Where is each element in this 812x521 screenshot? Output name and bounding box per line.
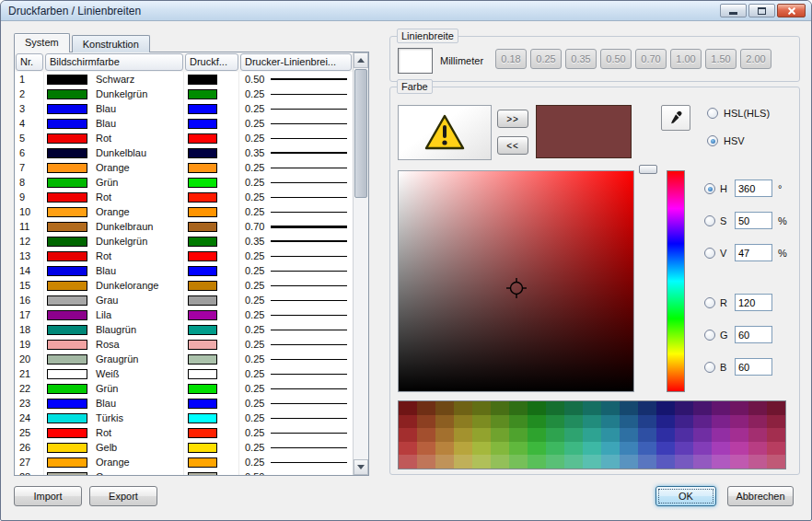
palette-swatch[interactable] (712, 428, 730, 442)
palette-swatch[interactable] (509, 415, 528, 429)
header-screen-color[interactable]: Bildschirmfarbe (45, 53, 183, 71)
palette-swatch[interactable] (454, 428, 472, 442)
table-row[interactable]: 23Blau0.25 (15, 396, 353, 411)
palette-swatch[interactable] (767, 415, 785, 429)
palette-swatch[interactable] (712, 415, 730, 429)
palette-swatch[interactable] (675, 415, 693, 429)
tab-konstruktion[interactable]: Konstruktion (72, 35, 150, 52)
palette-swatch[interactable] (528, 455, 546, 469)
preset-width-button[interactable]: 0.50 (600, 49, 632, 69)
palette-swatch[interactable] (693, 442, 712, 456)
palette-swatch[interactable] (601, 455, 620, 469)
radio-hsv[interactable] (707, 135, 718, 146)
eyedropper-button[interactable] (661, 105, 690, 131)
table-scrollbar[interactable] (353, 52, 368, 475)
palette-swatch[interactable] (528, 442, 546, 456)
palette-swatch[interactable] (656, 415, 675, 429)
palette-swatch[interactable] (675, 442, 693, 456)
table-row[interactable]: 19Rosa0.25 (15, 337, 353, 352)
preset-width-button[interactable]: 0.35 (565, 49, 597, 69)
table-row[interactable]: 2Dunkelgrün0.25 (15, 87, 353, 101)
preset-width-button[interactable]: 1.00 (670, 49, 702, 69)
table-row[interactable]: 6Dunkelblau0.35 (15, 145, 353, 160)
palette-swatch[interactable] (601, 401, 620, 415)
palette-swatch[interactable] (491, 415, 509, 429)
palette-swatch[interactable] (509, 442, 528, 456)
palette-swatch[interactable] (472, 428, 491, 442)
header-nr[interactable]: Nr. (16, 53, 43, 71)
palette-swatch[interactable] (601, 442, 620, 456)
palette-swatch[interactable] (509, 401, 528, 415)
palette-swatch[interactable] (748, 442, 767, 456)
palette-swatch[interactable] (712, 455, 730, 469)
table-row[interactable]: 4Blau0.25 (15, 116, 353, 131)
preset-width-button[interactable]: 0.25 (530, 49, 562, 69)
table-row[interactable]: 24Türkis0.25 (15, 411, 353, 425)
scroll-down-button[interactable] (354, 459, 368, 475)
palette-swatch[interactable] (675, 455, 693, 469)
palette-swatch[interactable] (748, 415, 767, 429)
preset-width-button[interactable]: 0.70 (635, 49, 667, 69)
palette-swatch[interactable] (601, 415, 620, 429)
table-row[interactable]: 15Dunkelorange0.25 (15, 278, 353, 293)
palette-swatch[interactable] (583, 428, 601, 442)
minimize-button[interactable] (720, 4, 747, 17)
table-row[interactable]: 8Grün0.25 (15, 175, 353, 190)
palette-swatch[interactable] (472, 415, 491, 429)
palette-swatch[interactable] (638, 415, 656, 429)
table-row[interactable]: 20Graugrün0.25 (15, 352, 353, 366)
palette-swatch[interactable] (712, 442, 730, 456)
palette-swatch[interactable] (546, 442, 564, 456)
palette-swatch[interactable] (435, 415, 454, 429)
palette-swatch[interactable] (693, 401, 712, 415)
palette-swatch[interactable] (528, 428, 546, 442)
field-input-r[interactable] (735, 294, 772, 311)
scroll-up-button[interactable] (354, 52, 368, 68)
table-row[interactable]: 10Orange0.25 (15, 204, 353, 219)
palette-swatch[interactable] (564, 415, 583, 429)
palette-swatch[interactable] (546, 415, 564, 429)
saturation-value-square[interactable] (398, 170, 634, 392)
preset-width-button[interactable]: 1.50 (705, 49, 737, 69)
radio-v[interactable] (704, 248, 715, 259)
tab-system[interactable]: System (14, 33, 70, 52)
transfer-right-button[interactable]: >> (497, 110, 528, 128)
import-button[interactable]: Import (14, 486, 82, 506)
palette-swatch[interactable] (546, 428, 564, 442)
palette-swatch[interactable] (399, 455, 417, 469)
palette-swatch[interactable] (638, 455, 656, 469)
palette-swatch[interactable] (399, 401, 417, 415)
palette-swatch[interactable] (693, 415, 712, 429)
palette-swatch[interactable] (620, 415, 638, 429)
palette-swatch[interactable] (675, 401, 693, 415)
palette-swatch[interactable] (730, 428, 748, 442)
palette-swatch[interactable] (454, 401, 472, 415)
palette-swatch[interactable] (638, 401, 656, 415)
palette-swatch[interactable] (583, 415, 601, 429)
palette-swatch[interactable] (417, 455, 435, 469)
table-row[interactable]: 18Blaugrün0.25 (15, 322, 353, 337)
table-row[interactable]: 21Weiß0.25 (15, 366, 353, 381)
table-row[interactable]: 13Rot0.25 (15, 249, 353, 263)
table-row[interactable]: 3Blau0.25 (15, 101, 353, 116)
palette-swatch[interactable] (583, 455, 601, 469)
field-input-g[interactable] (735, 326, 772, 343)
transfer-left-button[interactable]: << (497, 136, 528, 155)
palette-swatch[interactable] (417, 401, 435, 415)
table-row[interactable]: 7Orange0.25 (15, 160, 353, 175)
scrollbar-track[interactable] (354, 68, 368, 459)
table-row[interactable]: 11Dunkelbraun0.70 (15, 219, 353, 234)
palette-swatch[interactable] (656, 455, 675, 469)
palette-swatch[interactable] (767, 401, 785, 415)
radio-g[interactable] (704, 330, 715, 341)
table-row[interactable]: 17Lila0.25 (15, 307, 353, 322)
palette-swatch[interactable] (417, 415, 435, 429)
export-button[interactable]: Export (89, 486, 157, 506)
palette-swatch[interactable] (583, 401, 601, 415)
palette-swatch[interactable] (656, 428, 675, 442)
palette-swatch[interactable] (399, 442, 417, 456)
palette-swatch[interactable] (712, 401, 730, 415)
table-row[interactable]: 14Blau0.25 (15, 263, 353, 278)
palette-swatch[interactable] (767, 428, 785, 442)
palette-swatch[interactable] (454, 455, 472, 469)
